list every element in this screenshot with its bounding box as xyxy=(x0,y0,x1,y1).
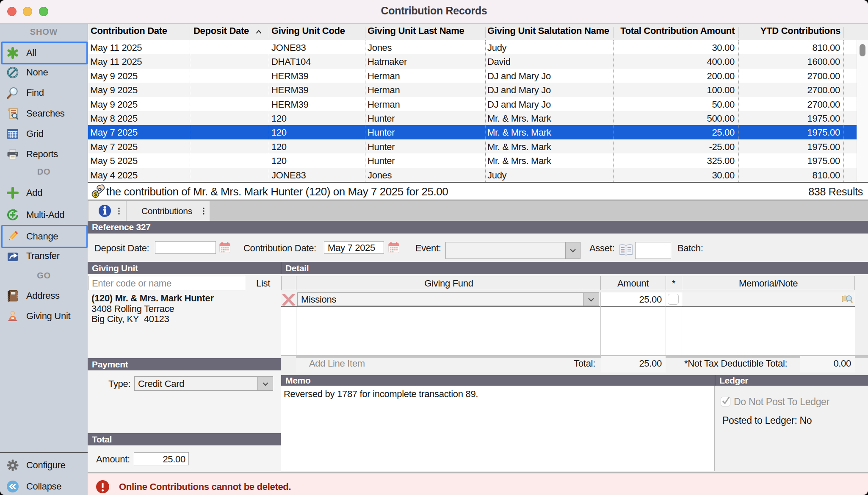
svg-text:$: $ xyxy=(94,191,97,197)
